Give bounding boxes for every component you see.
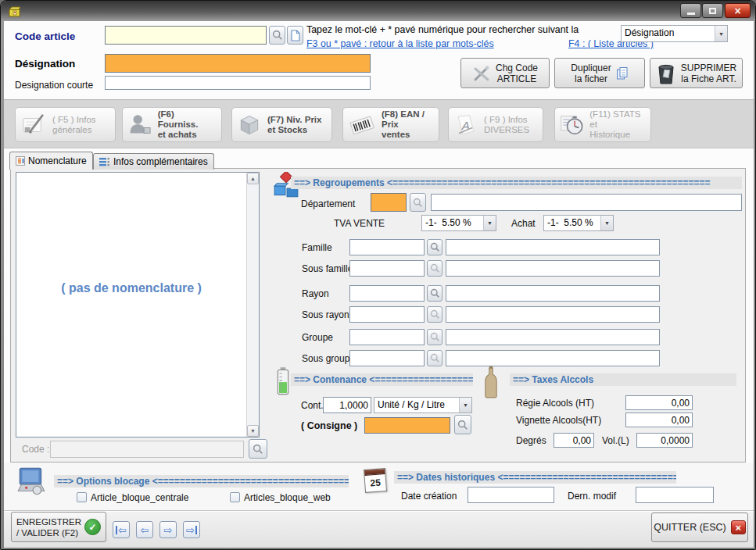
rayon-name-input[interactable] — [446, 285, 660, 302]
titlebar[interactable]: × — [1, 1, 755, 21]
green-check-icon: ✓ — [84, 519, 101, 535]
sous-groupe-search-button[interactable] — [427, 350, 442, 366]
new-article-button[interactable] — [287, 26, 303, 45]
previous-record-button[interactable]: ⇦ — [136, 521, 153, 538]
f11-label: (F11) STATS et Historique — [589, 109, 646, 140]
magnifier-icon — [430, 263, 440, 273]
magnifier-icon — [430, 353, 440, 363]
scroll-down-icon[interactable]: ▼ — [247, 425, 259, 437]
copy-pages-icon — [616, 66, 629, 80]
departement-name-input[interactable] — [431, 194, 742, 211]
consigne-search-button[interactable] — [454, 415, 471, 434]
date-creation-input[interactable] — [468, 487, 554, 503]
close-icon: × — [734, 5, 740, 16]
nomenclature-code-input — [50, 441, 244, 458]
f11-stats-historique-button[interactable]: (F11) STATS et Historique — [554, 107, 651, 142]
f7-niveaux-prix-stocks-button[interactable]: (F7) Niv. Prix et Stocks — [231, 107, 332, 142]
articles-bloque-web-checkbox[interactable] — [230, 492, 240, 502]
volume-input[interactable] — [636, 433, 693, 448]
articles-bloque-web-label: Articles_bloque_web — [244, 492, 331, 503]
letter-a-pen-icon: A — [453, 112, 478, 138]
minimize-button[interactable] — [680, 3, 701, 18]
options-blocage-header: ==> Options blocage <===================… — [54, 475, 349, 488]
chevron-down-icon: ▼ — [715, 26, 727, 41]
magnifier-icon — [413, 198, 423, 208]
designation-courte-input[interactable] — [105, 76, 371, 90]
famille-code-input[interactable] — [349, 239, 425, 255]
search-by-combo[interactable]: Désignation ▼ — [621, 25, 728, 42]
quit-button[interactable]: QUITTER (ESC) × — [651, 512, 748, 542]
change-code-label: Chg Code ARTICLE — [496, 62, 538, 84]
rayon-code-input[interactable] — [349, 285, 425, 302]
sous-groupe-code-input[interactable] — [349, 350, 425, 366]
scroll-up-icon[interactable]: ▲ — [247, 173, 259, 184]
taxes-header: ==> Taxes Alccols — [510, 373, 736, 386]
sous-rayon-search-button[interactable] — [427, 306, 442, 323]
departement-label: Département — [301, 198, 355, 209]
first-record-button[interactable]: ⇦ — [113, 521, 130, 538]
regie-alcools-label: Régie Alcools (HT) — [516, 398, 594, 409]
degres-label: Degrés — [516, 435, 546, 446]
unit-value: Unité / Kg / Litre — [374, 398, 459, 412]
listbox-scrollbar[interactable]: ▲ ▼ — [246, 173, 259, 437]
calendar-icon: 25 — [364, 468, 387, 493]
derniere-modif-input[interactable] — [636, 487, 714, 503]
famille-search-button[interactable] — [427, 239, 442, 255]
departement-search-button[interactable] — [410, 193, 426, 212]
regie-alcools-input[interactable] — [625, 395, 693, 410]
tab-infos-complementaires[interactable]: Infos complémentaires — [93, 153, 214, 170]
change-code-button[interactable]: Chg Code ARTICLE — [460, 58, 550, 88]
crossed-tools-icon — [472, 64, 491, 83]
tva-vente-combo[interactable]: -1- 5.50 % ▼ — [421, 215, 496, 231]
f5-infos-generales-button[interactable]: ( F5 ) Infos générales — [15, 107, 116, 142]
vignette-alcools-input[interactable] — [625, 412, 693, 427]
f9-infos-diverses-button[interactable]: A ( F9 ) Infos DIVERSES — [448, 107, 543, 142]
rayon-search-button[interactable] — [427, 285, 442, 302]
tab-nomenclature-label: Nomenclature — [28, 155, 87, 166]
delete-article-button[interactable]: SUPPRIMER la Fiche ART. — [650, 58, 743, 88]
sous-groupe-name-input[interactable] — [446, 350, 660, 366]
nomenclature-listbox[interactable]: ▲ ▼ — [16, 172, 260, 438]
tab-nomenclature[interactable]: Nomenclature — [9, 152, 93, 170]
designation-input[interactable] — [105, 54, 371, 73]
duplicate-button[interactable]: Dupliquer la ficher — [554, 58, 645, 88]
code-article-search-button[interactable] — [269, 26, 285, 45]
trash-can-icon — [656, 62, 676, 85]
departement-code-input[interactable] — [371, 193, 407, 212]
search-hint-text: Tapez le mot-clé + * pavé numérique pour… — [306, 24, 579, 35]
last-record-button[interactable]: ⇨ — [183, 521, 200, 538]
close-button[interactable]: × — [725, 3, 751, 18]
arrow-right-icon: ⇨ — [186, 524, 195, 536]
arrow-right-icon: ⇨ — [164, 524, 173, 536]
save-button[interactable]: ENREGISTRER / VALIDER (F2) ✓ — [11, 512, 106, 542]
tva-achat-combo[interactable]: -1- 5.50 % ▼ — [543, 215, 614, 231]
delete-article-label: SUPPRIMER la Fiche ART. — [681, 62, 736, 84]
sous-rayon-label: Sous rayon — [302, 309, 349, 320]
sous-famille-code-input[interactable] — [349, 260, 425, 277]
f5-label: ( F5 ) Infos générales — [52, 115, 96, 135]
article-bloque-centrale-checkbox[interactable] — [77, 492, 87, 502]
famille-name-input[interactable] — [446, 239, 660, 255]
groupe-search-button[interactable] — [427, 329, 442, 345]
f8-ean-prix-ventes-button[interactable]: (F8) EAN / Prix ventes — [342, 107, 439, 142]
article-window: × Code article Tapez le mot-clé + * pavé… — [0, 0, 756, 550]
consigne-input[interactable] — [364, 417, 450, 434]
sous-famille-search-button[interactable] — [427, 260, 442, 277]
next-record-button[interactable]: ⇨ — [159, 521, 177, 538]
contenance-label: Cont. — [301, 400, 324, 411]
sous-rayon-code-input[interactable] — [349, 306, 425, 323]
sous-famille-name-input[interactable] — [446, 260, 660, 277]
f6-fournisseurs-achats-button[interactable]: (F6) Fourniss. et achats — [122, 107, 222, 142]
maximize-button[interactable] — [702, 3, 723, 18]
nomenclature-code-search-button[interactable] — [249, 439, 267, 459]
degres-input[interactable] — [554, 433, 594, 448]
code-article-input[interactable] — [105, 26, 267, 45]
bottle-icon — [483, 366, 499, 398]
blank-page-icon — [291, 30, 300, 41]
contenance-input[interactable] — [323, 397, 371, 413]
f3-keyword-list-link[interactable]: F3 ou * pavé : retour à la liste par mot… — [306, 38, 494, 49]
groupe-code-input[interactable] — [349, 329, 425, 345]
groupe-name-input[interactable] — [446, 329, 660, 345]
unit-combo[interactable]: Unité / Kg / Litre ▼ — [374, 397, 472, 413]
sous-rayon-name-input[interactable] — [446, 306, 660, 323]
